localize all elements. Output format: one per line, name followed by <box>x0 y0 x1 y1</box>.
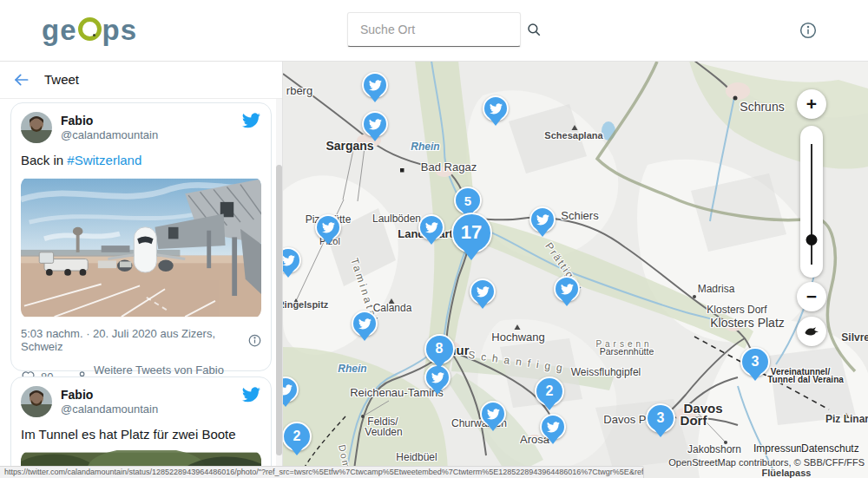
twitter-bird-icon[interactable] <box>242 387 260 403</box>
datenschutz-link[interactable]: Datenschutz <box>801 442 859 455</box>
search-box <box>347 12 521 47</box>
map-label: Parsennhütte <box>600 346 654 357</box>
tweet-author-name: Fabio <box>61 388 158 403</box>
avatar[interactable] <box>21 386 52 417</box>
tweet-meta: 5:03 nachm. · 20. Juli 2020 aus Zizers, … <box>21 327 261 353</box>
tweet-cluster-marker[interactable]: 8 <box>424 334 455 364</box>
map-label: Veulden <box>365 426 402 438</box>
tweet-cluster-marker[interactable]: 3 <box>646 403 675 433</box>
map-label: Schiers <box>561 209 598 222</box>
tweet-marker[interactable] <box>554 276 580 302</box>
tweet-author-name: Fabio <box>61 114 158 128</box>
map-label: Jakobshorn <box>687 443 741 455</box>
tweet-hashtag-link[interactable]: #Switzerland <box>67 153 141 167</box>
search-input[interactable] <box>358 22 519 37</box>
tweet-author: Fabio @calandamountain <box>61 112 158 143</box>
tweet-marker[interactable] <box>362 111 388 137</box>
tweet-text-plain: Back in <box>21 153 67 167</box>
map-label: rberg <box>286 84 312 97</box>
zoom-slider[interactable] <box>800 126 823 278</box>
sidebar-scrollbar-track[interactable] <box>276 99 282 478</box>
map-label: Laulböden <box>372 213 421 225</box>
tweet-author: Fabio @calandamountain <box>61 386 158 417</box>
tweet-card[interactable]: Fabio @calandamountain Im Tunnel es hat … <box>10 377 272 478</box>
tweet-marker[interactable] <box>540 414 566 440</box>
sidebar-title: Tweet <box>44 72 79 87</box>
map-label: Rhein <box>411 141 439 153</box>
tweet-header: Fabio @calandamountain <box>21 112 261 143</box>
search-icon[interactable] <box>526 22 542 37</box>
map-label: Silvretta <box>841 331 868 344</box>
sidebar-scrollbar-thumb[interactable] <box>276 165 282 455</box>
zoom-slider-track <box>811 144 812 265</box>
tweet-card[interactable]: Fabio @calandamountain Back in #Switzerl… <box>10 102 272 371</box>
tweet-marker[interactable] <box>483 95 509 121</box>
tweet-cluster-marker[interactable]: 3 <box>740 347 770 377</box>
tweet-sidebar: Tweet Fabio @calandamountain Back in <box>0 61 283 478</box>
map-label: Flüelapass <box>762 468 812 478</box>
tweet-text: Back in #Switzerland <box>21 153 261 167</box>
tweet-marker[interactable] <box>470 278 496 304</box>
impressum-link[interactable]: Impressum <box>753 442 805 455</box>
geops-logo[interactable]: geps <box>42 14 137 47</box>
tweet-marker[interactable] <box>362 72 388 98</box>
tweet-cluster-marker[interactable]: 2 <box>283 422 312 451</box>
back-arrow-icon[interactable] <box>13 73 30 87</box>
geops-tweetmap-app: { "colors":{"pin":"#47a3ec","logo_green"… <box>0 0 868 478</box>
zoom-out-button[interactable]: − <box>797 282 826 311</box>
twitter-bird-icon[interactable] <box>242 113 260 128</box>
zoom-in-button[interactable]: + <box>797 89 826 119</box>
bird-layer-button[interactable] <box>797 317 826 346</box>
tweet-text: Im Tunnel es hat Platz für zwei Boote <box>21 427 261 442</box>
map-attribution[interactable]: OpenStreetMap contributors, © SBB/CFF/FF… <box>668 457 865 468</box>
bird-icon <box>804 325 819 337</box>
tweet-timestamp: 5:03 nachm. · 20. Juli 2020 aus Zizers, … <box>21 327 248 353</box>
map-label: Klosters Platz <box>710 316 785 330</box>
map-label: Madrisa <box>698 283 735 295</box>
logo-o-icon <box>78 17 102 41</box>
browser-status-bar: https://twitter.com/calandamountain/stat… <box>0 466 644 478</box>
tweet-cluster-marker[interactable]: 17 <box>451 213 492 253</box>
tweet-marker[interactable] <box>480 401 506 427</box>
logo-text-right: ps <box>102 14 138 46</box>
tweet-info-icon[interactable] <box>248 334 261 347</box>
map-label: Weissfluhgipfel <box>571 366 641 378</box>
tweet-author-handle: @calandamountain <box>61 128 158 142</box>
zoom-in-label: + <box>806 94 817 115</box>
map-label: Schruns <box>740 100 784 114</box>
info-icon[interactable] <box>799 22 817 39</box>
map-label: Heidbüel <box>396 451 437 463</box>
map-label: Dorf <box>681 413 707 428</box>
tweet-cluster-marker[interactable]: 5 <box>454 187 482 214</box>
tweet-author-handle: @calandamountain <box>61 403 158 416</box>
map[interactable]: Impressum Datenschutz OpenStreetMap cont… <box>283 61 868 478</box>
map-label: Piz Linar <box>825 413 868 425</box>
sidebar-header: Tweet <box>0 61 282 99</box>
avatar[interactable] <box>21 112 52 143</box>
tweet-cluster-marker[interactable]: 2 <box>535 377 564 406</box>
tweet-photo-airport[interactable] <box>21 176 261 319</box>
map-label: Hochwang <box>491 331 544 344</box>
tweet-marker[interactable] <box>418 214 444 240</box>
logo-text-left: ge <box>42 14 77 46</box>
tweet-text-plain: Im Tunnel es hat Platz für zwei Boote <box>21 427 236 442</box>
zoom-out-label: − <box>806 286 817 307</box>
tweet-marker[interactable] <box>315 214 341 240</box>
tweet-marker[interactable] <box>529 206 556 232</box>
map-label: Calanda <box>373 302 412 314</box>
map-label: Schesaplana <box>544 130 602 141</box>
map-label: Klosters Dorf <box>707 304 766 316</box>
app-header: geps <box>0 0 868 62</box>
map-label: Ringelspitz <box>283 299 328 310</box>
tweet-header: Fabio @calandamountain <box>21 386 261 417</box>
map-label: Tunnel dal Veraina <box>767 375 844 384</box>
zoom-slider-knob[interactable] <box>806 234 818 246</box>
map-label: Bad Ragaz <box>421 160 477 174</box>
map-label: Sargans <box>326 139 373 153</box>
map-label: Rhein <box>338 363 366 375</box>
tweet-marker[interactable] <box>352 311 378 337</box>
